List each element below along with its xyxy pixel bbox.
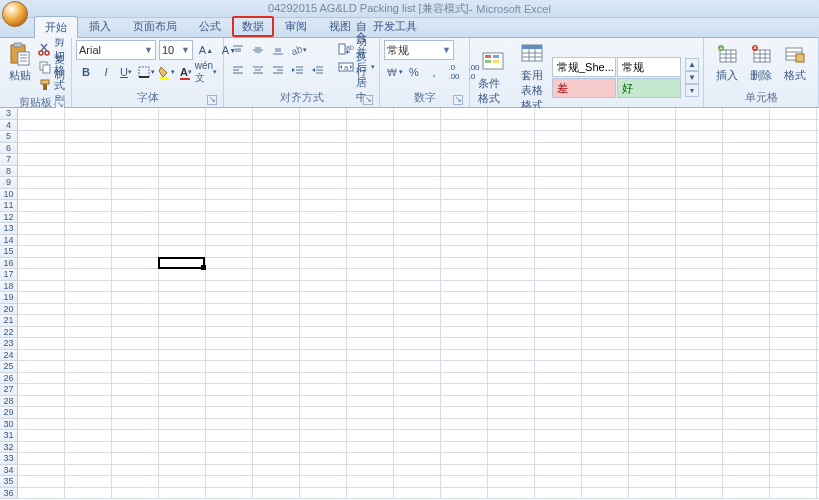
row-header[interactable]: 6 bbox=[0, 143, 18, 155]
cell[interactable] bbox=[394, 442, 441, 453]
cell[interactable] bbox=[582, 212, 629, 223]
cell[interactable] bbox=[770, 154, 817, 165]
phonetic-button[interactable]: wén文▾ bbox=[196, 62, 216, 82]
cell[interactable] bbox=[770, 246, 817, 257]
cell[interactable] bbox=[159, 212, 206, 223]
cell[interactable] bbox=[723, 143, 770, 154]
cell[interactable] bbox=[441, 430, 488, 441]
cell[interactable] bbox=[300, 108, 347, 119]
align-middle-button[interactable] bbox=[248, 40, 268, 60]
cell[interactable] bbox=[441, 281, 488, 292]
cell[interactable] bbox=[676, 154, 723, 165]
cell[interactable] bbox=[394, 154, 441, 165]
cell[interactable] bbox=[629, 453, 676, 464]
cell[interactable] bbox=[488, 143, 535, 154]
cell[interactable] bbox=[112, 488, 159, 499]
cell[interactable] bbox=[488, 442, 535, 453]
row-header[interactable]: 17 bbox=[0, 269, 18, 281]
conditional-format-button[interactable]: 条件格式 bbox=[474, 48, 511, 108]
cell[interactable] bbox=[582, 120, 629, 131]
cell[interactable] bbox=[300, 350, 347, 361]
cell[interactable] bbox=[206, 246, 253, 257]
cell[interactable] bbox=[65, 327, 112, 338]
cell[interactable] bbox=[112, 143, 159, 154]
cell[interactable] bbox=[206, 304, 253, 315]
cell[interactable] bbox=[441, 327, 488, 338]
cell[interactable] bbox=[159, 292, 206, 303]
cell[interactable] bbox=[582, 350, 629, 361]
cell[interactable] bbox=[253, 212, 300, 223]
cell[interactable] bbox=[347, 189, 394, 200]
cell[interactable] bbox=[535, 258, 582, 269]
cell[interactable] bbox=[300, 315, 347, 326]
cell[interactable] bbox=[441, 235, 488, 246]
format-painter-button[interactable]: 格式刷 bbox=[38, 76, 67, 94]
cell[interactable] bbox=[488, 465, 535, 476]
cell[interactable] bbox=[65, 384, 112, 395]
cell[interactable] bbox=[488, 315, 535, 326]
cell[interactable] bbox=[18, 154, 65, 165]
row-header[interactable]: 36 bbox=[0, 488, 18, 500]
cell[interactable] bbox=[629, 315, 676, 326]
cell[interactable] bbox=[676, 246, 723, 257]
cell[interactable] bbox=[394, 143, 441, 154]
border-button[interactable]: ▾ bbox=[136, 62, 156, 82]
cell[interactable] bbox=[535, 407, 582, 418]
cell[interactable] bbox=[65, 166, 112, 177]
cell[interactable] bbox=[347, 120, 394, 131]
cell[interactable] bbox=[394, 177, 441, 188]
cell[interactable] bbox=[535, 281, 582, 292]
cell[interactable] bbox=[65, 407, 112, 418]
cell[interactable] bbox=[394, 269, 441, 280]
cell[interactable] bbox=[676, 269, 723, 280]
cell[interactable] bbox=[112, 327, 159, 338]
cell[interactable] bbox=[676, 177, 723, 188]
cell[interactable] bbox=[441, 465, 488, 476]
cell[interactable] bbox=[629, 269, 676, 280]
percent-button[interactable]: % bbox=[404, 62, 424, 82]
cell[interactable] bbox=[723, 453, 770, 464]
cell[interactable] bbox=[441, 120, 488, 131]
cell[interactable] bbox=[112, 212, 159, 223]
cell[interactable] bbox=[253, 384, 300, 395]
cell[interactable] bbox=[535, 350, 582, 361]
cell[interactable] bbox=[394, 166, 441, 177]
cell[interactable] bbox=[347, 166, 394, 177]
cell[interactable] bbox=[676, 189, 723, 200]
cell[interactable] bbox=[488, 476, 535, 487]
ribbon-tab-4[interactable]: 数据 bbox=[232, 16, 274, 37]
cell[interactable] bbox=[441, 200, 488, 211]
cell[interactable] bbox=[253, 476, 300, 487]
ribbon-tab-0[interactable]: 开始 bbox=[34, 16, 78, 38]
cell[interactable] bbox=[253, 373, 300, 384]
row-header[interactable]: 16 bbox=[0, 258, 18, 270]
cell[interactable] bbox=[18, 131, 65, 142]
cell[interactable] bbox=[347, 384, 394, 395]
cell[interactable] bbox=[253, 315, 300, 326]
cell[interactable] bbox=[723, 246, 770, 257]
cell[interactable] bbox=[347, 419, 394, 430]
cell[interactable] bbox=[723, 108, 770, 119]
cell[interactable] bbox=[582, 315, 629, 326]
cell[interactable] bbox=[300, 246, 347, 257]
cell[interactable] bbox=[65, 292, 112, 303]
cell[interactable] bbox=[18, 269, 65, 280]
cell[interactable] bbox=[347, 235, 394, 246]
cell[interactable] bbox=[18, 442, 65, 453]
cell[interactable] bbox=[112, 384, 159, 395]
cell[interactable] bbox=[253, 235, 300, 246]
cell[interactable] bbox=[394, 292, 441, 303]
cell[interactable] bbox=[535, 166, 582, 177]
cell[interactable] bbox=[441, 488, 488, 499]
cell[interactable] bbox=[253, 304, 300, 315]
row-header[interactable]: 11 bbox=[0, 200, 18, 212]
cell[interactable] bbox=[65, 143, 112, 154]
cell[interactable] bbox=[535, 200, 582, 211]
cell[interactable] bbox=[770, 189, 817, 200]
cell[interactable] bbox=[676, 488, 723, 499]
cell[interactable] bbox=[535, 292, 582, 303]
cell[interactable] bbox=[18, 350, 65, 361]
cell[interactable] bbox=[18, 453, 65, 464]
cell[interactable] bbox=[159, 200, 206, 211]
cell[interactable] bbox=[18, 223, 65, 234]
